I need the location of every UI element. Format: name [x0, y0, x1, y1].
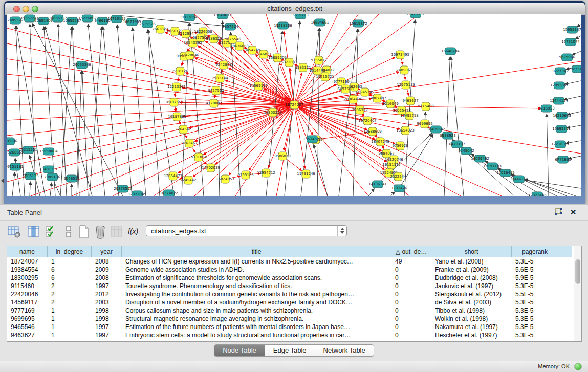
citation-edge-black[interactable] — [12, 172, 15, 196]
cell-in_degree[interactable]: 2 — [48, 290, 92, 298]
cell-out_degree[interactable]: 0 — [391, 282, 431, 290]
cell-pagerank[interactable]: 5.3E-5 — [512, 298, 558, 307]
cell-title[interactable]: Investigating the contribution of common… — [122, 290, 391, 298]
cell-short[interactable]: Hescheler et al. (1997) — [431, 331, 512, 339]
close-panel-icon[interactable]: ✕ — [568, 207, 578, 217]
cell-name[interactable]: 9463627 — [7, 331, 48, 339]
column-header-short[interactable]: short — [431, 246, 512, 257]
window-titlebar[interactable]: citations_edges.txt — [5, 3, 585, 15]
citation-edge-black[interactable] — [390, 192, 395, 196]
citation-edge-red[interactable] — [284, 31, 294, 105]
cell-short[interactable]: de Silva et al. (2003) — [431, 298, 512, 307]
table-vertical-scrollbar[interactable] — [574, 246, 581, 341]
citation-edge-black[interactable] — [451, 57, 464, 196]
cell-name[interactable]: 9699695 — [7, 315, 48, 323]
cell-out_degree[interactable]: 0 — [391, 307, 431, 315]
delete-table-icon[interactable] — [93, 225, 107, 239]
citation-edge-black[interactable] — [60, 27, 72, 196]
cell-in_degree[interactable]: 1 — [48, 323, 92, 331]
row-height-icon[interactable] — [61, 225, 76, 239]
table-row[interactable]: 969969511998Structural magnetic resonanc… — [7, 315, 572, 323]
cell-title[interactable]: Embryonic stem cells: a model to study s… — [122, 331, 391, 339]
table-row[interactable]: 1872400712008Changes of HCN gene express… — [7, 257, 572, 266]
cell-year[interactable]: 2008 — [92, 274, 122, 282]
table-select-dropdown[interactable]: citations_edges.txt — [146, 225, 347, 236]
cell-in_degree[interactable]: 6 — [48, 266, 92, 274]
citation-edge-black[interactable] — [103, 27, 119, 196]
citation-edge-red[interactable] — [294, 104, 385, 105]
cell-pagerank[interactable]: 5.5E-5 — [512, 290, 558, 298]
cell-short[interactable]: Yano et al. (2008) — [431, 257, 512, 266]
cell-year[interactable]: 1997 — [92, 282, 122, 290]
cell-in_degree[interactable]: 2 — [48, 298, 92, 307]
cell-title[interactable]: Structural magnetic resonance image aver… — [122, 315, 391, 323]
cell-pagerank[interactable]: 5.9E-5 — [512, 274, 558, 282]
cell-out_degree[interactable]: 0 — [391, 266, 431, 274]
table-row[interactable]: 977716911998Corpus callosum shape and si… — [7, 307, 572, 315]
column-header-name[interactable]: name — [7, 246, 48, 257]
citation-edge-black[interactable] — [444, 57, 450, 196]
citation-edge-black[interactable] — [30, 24, 36, 196]
cell-in_degree[interactable]: 1 — [48, 257, 92, 266]
cell-short[interactable]: Nakamura et al. (1997) — [431, 323, 512, 331]
table-row[interactable]: 1830029562008Estimation of significance … — [7, 274, 572, 282]
citation-edge-black[interactable] — [148, 30, 174, 196]
cell-title[interactable]: Tourette syndrome. Phenomenology and cla… — [122, 282, 391, 290]
column-header-year[interactable]: year — [92, 246, 122, 257]
cell-title[interactable]: Estimation of significance thresholds fo… — [122, 274, 391, 282]
cell-year[interactable]: 1998 — [92, 307, 122, 315]
cell-title[interactable]: Disruption of a novel member of a sodium… — [122, 298, 391, 307]
tab-node-table[interactable]: Node Table — [214, 345, 265, 356]
select-columns-icon[interactable] — [44, 225, 58, 239]
cell-in_degree[interactable]: 1 — [48, 307, 92, 315]
column-header-title[interactable]: title — [122, 246, 391, 257]
cell-name[interactable]: 9777169 — [7, 307, 48, 315]
cell-out_degree[interactable]: 0 — [391, 290, 431, 298]
cell-year[interactable]: 2012 — [92, 290, 122, 298]
cell-pagerank[interactable]: 5.3E-5 — [512, 282, 558, 290]
tab-edge-table[interactable]: Edge Table — [265, 345, 315, 356]
cell-short[interactable]: Wolkin et al. (1998) — [431, 315, 512, 323]
cell-in_degree[interactable]: 1 — [48, 315, 92, 323]
table-row[interactable]: 2242004622012Investigating the contribut… — [7, 290, 572, 298]
cell-short[interactable]: Franke et al. (2009) — [431, 266, 512, 274]
cell-out_degree[interactable]: 0 — [391, 315, 431, 323]
cell-pagerank[interactable]: 5.3E-5 — [512, 307, 558, 315]
citation-edge-black[interactable] — [30, 182, 30, 196]
citation-edge-black[interactable] — [182, 23, 189, 196]
table-settings-icon[interactable] — [7, 225, 21, 239]
citation-network-graph[interactable]: 1872400776638228660123891295418226058982… — [7, 14, 581, 196]
cell-in_degree[interactable]: 2 — [48, 282, 92, 290]
citation-edge-black[interactable] — [399, 134, 433, 188]
citation-edge-red[interactable] — [7, 28, 294, 105]
cell-out_degree[interactable]: 0 — [391, 298, 431, 307]
cell-name[interactable]: 14569117 — [7, 298, 48, 307]
cell-short[interactable]: Jankovic et al. (1997) — [431, 282, 512, 290]
cell-title[interactable]: Genome-wide association studies in ADHD. — [122, 266, 391, 274]
citation-edge-black[interactable] — [88, 24, 105, 196]
column-header-pagerank[interactable]: pagerank — [512, 246, 558, 257]
float-panel-icon[interactable] — [554, 208, 564, 217]
scrollbar-thumb[interactable] — [575, 259, 580, 284]
cell-year[interactable]: 2009 — [92, 266, 122, 274]
cell-title[interactable]: Estimation of the future numbers of pati… — [122, 323, 391, 331]
citation-edge-black[interactable] — [577, 25, 581, 27]
cell-pagerank[interactable]: 5.3E-5 — [512, 315, 558, 323]
cell-name[interactable]: 22420046 — [7, 290, 48, 298]
table-row[interactable]: 946554611997Estimation of the future num… — [7, 323, 572, 331]
citation-edge-black[interactable] — [572, 51, 581, 55]
column-header-out_degree[interactable]: △ out_de… — [391, 246, 431, 257]
network-canvas[interactable]: 1872400776638228660123891295418226058982… — [7, 14, 581, 196]
table-row[interactable]: 911546021997Tourette syndrome. Phenomeno… — [7, 282, 572, 290]
cell-year[interactable]: 1998 — [92, 315, 122, 323]
import-table-icon[interactable] — [110, 225, 124, 239]
memory-ok-led-icon[interactable] — [574, 363, 582, 370]
citation-edge-red[interactable] — [294, 105, 409, 196]
cell-title[interactable]: Changes of HCN gene expression and I(f) … — [122, 257, 391, 266]
cell-out_degree[interactable]: 0 — [391, 331, 431, 339]
citation-edge-black[interactable] — [368, 189, 374, 196]
cell-year[interactable]: 2008 — [92, 257, 122, 266]
cell-out_degree[interactable]: 49 — [391, 257, 431, 266]
table-row[interactable]: 1456911722003Disruption of a novel membe… — [7, 298, 572, 307]
citation-edge-black[interactable] — [190, 23, 204, 196]
